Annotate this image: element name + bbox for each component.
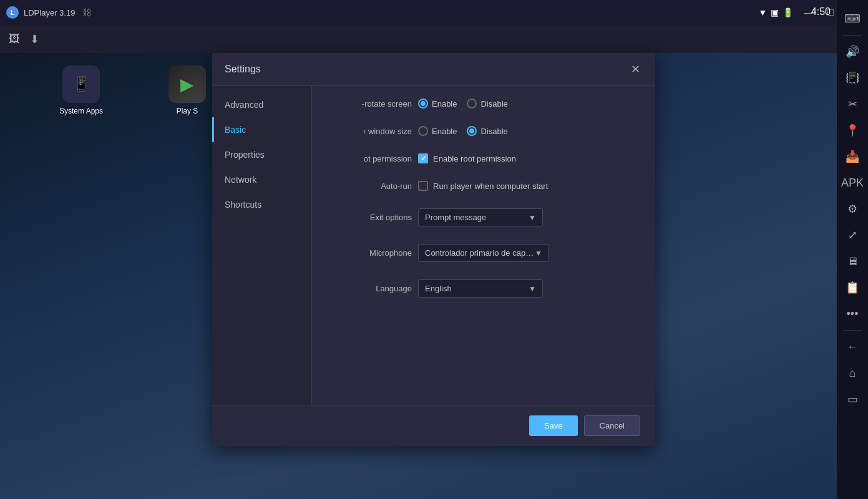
back-icon[interactable]: ← [840,334,865,359]
expand-icon[interactable]: ⤢ [840,223,865,248]
rotate-disable-group[interactable]: Disable [467,99,507,109]
nav-item-shortcuts[interactable]: Shortcuts [212,192,311,217]
window-disable-radio[interactable] [467,126,477,136]
root-permission-checkbox-label: Enable root permission [433,154,516,163]
keyboard-icon[interactable]: ⌨ [840,6,865,31]
modal-title: Settings [225,64,261,75]
window-enable-group[interactable]: Enable [418,126,457,136]
nav-item-advanced[interactable]: Advanced [212,92,311,117]
microphone-label: Microphone [331,248,412,258]
download-icon[interactable]: ⬇ [30,32,39,46]
import-icon[interactable]: 📥 [840,144,865,169]
system-apps-label: System Apps [59,107,103,115]
rotate-disable-radio[interactable] [467,99,477,109]
nav-item-basic[interactable]: Basic [212,117,311,142]
language-row: Language English ▼ [331,279,636,298]
root-permission-row: ot permission ✓ Enable root permission [331,153,636,163]
root-permission-label: ot permission [331,154,412,163]
modal-footer: Save Cancel [212,405,655,446]
link-icon: ⛓ [82,7,91,17]
cancel-button[interactable]: Cancel [584,415,640,436]
shake-icon[interactable]: 📳 [840,65,865,90]
titlebar: L LDPlayer 3.19 ⛓ — ☐ ✕ [0,0,868,25]
desktop-icon-play-store[interactable]: ▶ Play S [168,65,206,115]
network-icon: ▣ [771,7,779,17]
play-store-label: Play S [177,107,198,115]
exit-options-row: Exit options Prompt message ▼ [331,208,636,226]
rotate-enable-label: Enable [432,99,457,109]
modal-header: Settings ✕ [212,53,655,86]
clock: 4:50 [811,6,831,17]
settings-content: -rotate screen Enable Disable ‹ window s… [312,86,655,405]
desktop-icon-system-apps[interactable]: 📱 System Apps [59,65,103,115]
auto-run-label: Auto-run [331,182,412,191]
titlebar-left: L LDPlayer 3.19 ⛓ [0,6,91,19]
modal-close-button[interactable]: ✕ [628,62,643,77]
rotate-enable-group[interactable]: Enable [418,99,457,109]
divider-2 [843,330,862,331]
auto-run-checkbox-wrap[interactable]: Run player when computer start [418,181,548,191]
microphone-row: Microphone Controlador primario de captu… [331,244,636,262]
volume-icon[interactable]: 🔊 [840,39,865,64]
exit-options-label: Exit options [331,213,412,222]
image-icon[interactable]: 🖼 [9,32,20,46]
scissors-icon[interactable]: ✂ [840,92,865,117]
settings-modal: Settings ✕ Advanced Basic Properties Net… [212,53,655,446]
exit-options-value: Prompt message [425,213,486,222]
window-enable-radio[interactable] [418,126,428,136]
auto-run-row: Auto-run Run player when computer start [331,181,636,191]
microphone-arrow: ▼ [535,249,542,258]
auto-run-checkbox-label: Run player when computer start [433,182,548,191]
modal-body: Advanced Basic Properties Network Shortc… [212,86,655,405]
copy-icon[interactable]: 📋 [840,275,865,300]
toolbar: 🖼 ⬇ [0,25,837,53]
auto-run-checkbox[interactable] [418,181,428,191]
window-disable-group[interactable]: Disable [467,126,507,136]
language-label: Language [331,284,412,293]
root-permission-checkbox[interactable]: ✓ [418,153,428,163]
square-icon[interactable]: ▭ [840,387,865,412]
rotate-screen-controls: Enable Disable [418,99,508,109]
settings-icon[interactable]: ⚙ [840,196,865,221]
check-mark: ✓ [421,155,426,163]
language-dropdown[interactable]: English ▼ [418,279,543,298]
right-sidebar: ⌨ 🔊 📳 ✂ 📍 📥 APK ⚙ ⤢ 🖥 📋 ••• ← ⌂ ▭ [837,0,868,499]
divider-1 [843,35,862,36]
wifi-icon: ▼ [758,7,767,17]
save-button[interactable]: Save [529,415,578,436]
rotate-screen-row: -rotate screen Enable Disable [331,99,636,109]
home-icon[interactable]: ⌂ [840,361,865,385]
rotate-screen-label: -rotate screen [331,99,412,109]
window-enable-label: Enable [432,127,457,136]
exit-options-dropdown[interactable]: Prompt message ▼ [418,208,543,226]
rotate-disable-label: Disable [480,99,507,109]
window-size-row: ‹ window size Enable Disable [331,126,636,136]
battery-icon: 🔋 [783,7,793,17]
root-permission-checkbox-wrap[interactable]: ✓ Enable root permission [418,153,516,163]
window-size-label: ‹ window size [331,127,412,136]
status-icons: ▼ ▣ 🔋 [758,7,793,17]
language-arrow: ▼ [529,284,536,293]
more-icon[interactable]: ••• [840,301,865,326]
language-value: English [425,284,452,293]
app-title: LDPlayer 3.19 [24,8,75,17]
nav-item-network[interactable]: Network [212,167,311,192]
microphone-dropdown[interactable]: Controlador primario de captura d ▼ [418,244,549,262]
exit-options-arrow: ▼ [529,213,536,222]
location-icon[interactable]: 📍 [840,118,865,143]
nav-item-properties[interactable]: Properties [212,142,311,167]
settings-nav: Advanced Basic Properties Network Shortc… [212,86,312,405]
window-size-controls: Enable Disable [418,126,508,136]
microphone-value: Controlador primario de captura d [425,248,535,258]
apk-icon[interactable]: APK [840,170,865,195]
app-logo: L [6,6,19,19]
rotate-enable-radio[interactable] [418,99,428,109]
monitor-icon[interactable]: 🖥 [840,249,865,274]
window-disable-label: Disable [480,127,507,136]
